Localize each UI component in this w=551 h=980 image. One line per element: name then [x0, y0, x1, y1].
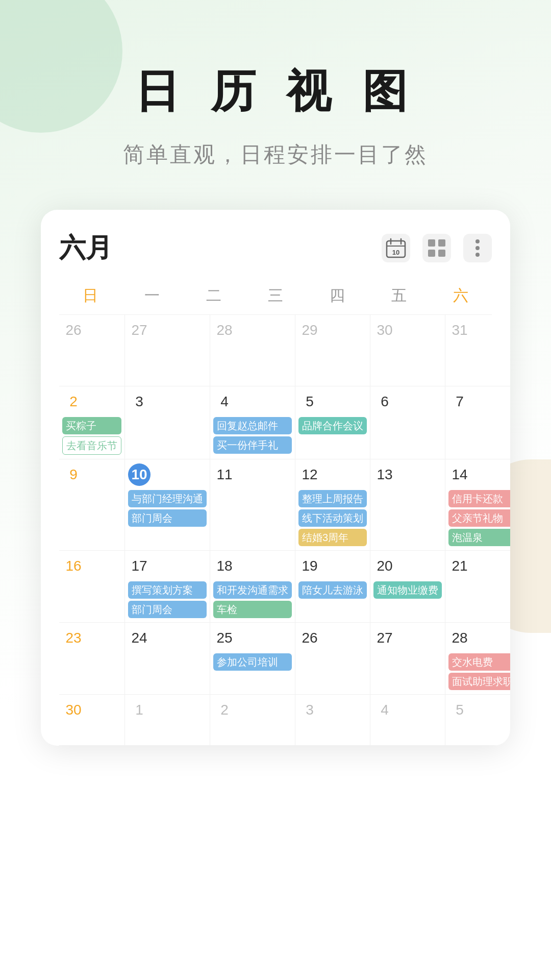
calendar-card: 六月 10	[41, 210, 510, 746]
event-chip[interactable]: 品牌合作会议	[298, 417, 367, 434]
event-chip[interactable]: 通知物业缴费	[373, 581, 442, 599]
svg-point-9	[475, 239, 480, 243]
cal-day-number: 3	[298, 699, 321, 721]
grid-view-button[interactable]	[422, 234, 451, 262]
event-chip[interactable]: 撰写策划方案	[128, 581, 207, 599]
cal-day-number: 2	[213, 699, 236, 721]
cal-day-number: 27	[373, 627, 396, 649]
cal-cell[interactable]: 31	[445, 315, 510, 386]
cal-cell[interactable]: 5	[445, 695, 510, 746]
event-chip[interactable]: 与部门经理沟通	[128, 490, 207, 507]
event-chip[interactable]: 回复赵总邮件	[213, 417, 292, 434]
dow-mon: 一	[121, 281, 183, 310]
cal-cell[interactable]: 2买粽子去看音乐节	[59, 386, 125, 459]
cal-cell[interactable]: 5品牌合作会议	[295, 386, 370, 459]
header-icons: 10	[382, 234, 492, 262]
cal-cell[interactable]: 11	[210, 459, 295, 551]
event-chip[interactable]: 买一份伴手礼	[213, 436, 292, 454]
cal-cell[interactable]: 16	[59, 551, 125, 623]
cal-cell[interactable]: 1	[125, 695, 210, 746]
cal-cell[interactable]: 25参加公司培训	[210, 623, 295, 695]
cal-cell[interactable]: 21	[445, 551, 510, 623]
cal-day-number: 4	[373, 699, 396, 721]
cal-day-number: 10	[128, 463, 151, 486]
cal-cell[interactable]: 10与部门经理沟通部门周会	[125, 459, 210, 551]
grid-icon	[427, 238, 446, 258]
cal-cell[interactable]: 30	[59, 695, 125, 746]
event-chip[interactable]: 买粽子	[62, 417, 121, 434]
cal-day-number: 17	[128, 555, 151, 577]
cal-day-number: 30	[373, 319, 396, 341]
cal-day-number: 18	[213, 555, 236, 577]
cal-day-number: 5	[448, 699, 471, 721]
calendar-grid: 2627282930311陪女儿去乐2买粽子去看音乐节34回复赵总邮件买一份伴手…	[59, 314, 492, 746]
more-options-button[interactable]	[463, 234, 492, 262]
event-chip[interactable]: 部门周会	[128, 509, 207, 527]
event-chip[interactable]: 去看音乐节	[62, 436, 121, 455]
cal-day-number: 30	[62, 699, 85, 721]
cal-cell[interactable]: 14信用卡还款父亲节礼物泡温泉	[445, 459, 510, 551]
cal-day-number: 14	[448, 463, 471, 486]
more-dots-icon	[475, 239, 480, 257]
cal-day-number: 28	[448, 627, 471, 649]
cal-cell[interactable]: 28	[210, 315, 295, 386]
event-chip[interactable]: 泡温泉	[448, 529, 510, 546]
event-chip[interactable]: 面试助理求职	[448, 673, 510, 690]
svg-point-11	[475, 253, 480, 257]
cal-day-number: 9	[62, 463, 85, 486]
cal-cell[interactable]: 17撰写策划方案部门周会	[125, 551, 210, 623]
cal-cell[interactable]: 19陪女儿去游泳	[295, 551, 370, 623]
cal-cell[interactable]: 13	[370, 459, 445, 551]
cal-cell[interactable]: 26	[295, 623, 370, 695]
today-button[interactable]: 10	[382, 234, 410, 262]
cal-cell[interactable]: 4回复赵总邮件买一份伴手礼	[210, 386, 295, 459]
cal-cell[interactable]: 24	[125, 623, 210, 695]
cal-cell[interactable]: 29	[295, 315, 370, 386]
event-chip[interactable]: 结婚3周年	[298, 529, 367, 546]
cal-cell[interactable]: 23	[59, 623, 125, 695]
event-chip[interactable]: 部门周会	[128, 601, 207, 618]
cal-day-number: 19	[298, 555, 321, 577]
cal-cell[interactable]: 20通知物业缴费	[370, 551, 445, 623]
cal-cell[interactable]: 30	[370, 315, 445, 386]
cal-day-number: 5	[298, 390, 321, 413]
cal-cell[interactable]: 27	[125, 315, 210, 386]
svg-rect-7	[428, 250, 435, 257]
cal-cell[interactable]: 28交水电费面试助理求职	[445, 623, 510, 695]
cal-cell[interactable]: 6	[370, 386, 445, 459]
event-chip[interactable]: 父亲节礼物	[448, 509, 510, 527]
event-chip[interactable]: 线下活动策划	[298, 509, 367, 527]
cal-cell[interactable]: 26	[59, 315, 125, 386]
calendar-header: 六月 10	[59, 230, 492, 266]
cal-day-number: 4	[213, 390, 236, 413]
cal-cell[interactable]: 18和开发沟通需求车检	[210, 551, 295, 623]
cal-cell[interactable]: 4	[370, 695, 445, 746]
svg-rect-8	[438, 250, 445, 257]
cal-day-number: 29	[298, 319, 321, 341]
event-chip[interactable]: 交水电费	[448, 653, 510, 671]
svg-rect-5	[428, 239, 435, 247]
cal-day-number: 11	[213, 463, 236, 486]
dow-fri: 五	[368, 281, 430, 310]
event-chip[interactable]: 信用卡还款	[448, 490, 510, 507]
event-chip[interactable]: 陪女儿去游泳	[298, 581, 367, 599]
cal-cell[interactable]: 12整理上周报告线下活动策划结婚3周年	[295, 459, 370, 551]
page-wrapper: 日 历 视 图 简单直观，日程安排一目了然 六月 10	[0, 0, 551, 746]
cal-cell[interactable]: 7	[445, 386, 510, 459]
cal-day-number: 1	[128, 699, 151, 721]
cal-cell[interactable]: 27	[370, 623, 445, 695]
event-chip[interactable]: 参加公司培训	[213, 653, 292, 671]
page-subtitle: 简单直观，日程安排一目了然	[123, 140, 428, 169]
svg-point-10	[475, 246, 480, 250]
dow-thu: 四	[307, 281, 368, 310]
event-chip[interactable]: 和开发沟通需求	[213, 581, 292, 599]
event-chip[interactable]: 车检	[213, 601, 292, 618]
cal-day-number: 26	[298, 627, 321, 649]
cal-cell[interactable]: 9	[59, 459, 125, 551]
cal-cell[interactable]: 2	[210, 695, 295, 746]
cal-cell[interactable]: 3	[295, 695, 370, 746]
cal-day-number: 20	[373, 555, 396, 577]
event-chip[interactable]: 整理上周报告	[298, 490, 367, 507]
cal-cell[interactable]: 3	[125, 386, 210, 459]
svg-rect-6	[438, 239, 445, 247]
